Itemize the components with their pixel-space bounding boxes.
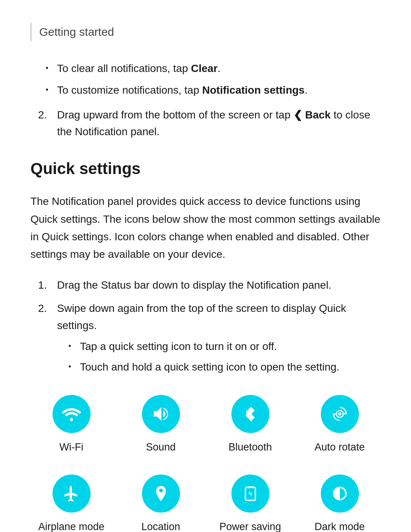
sub-bullet-list: Tap a quick setting icon to turn it on o… [57,338,381,376]
powersaving-icon [240,483,261,504]
icon-item-bluetooth: Bluetooth [209,395,291,455]
page-container: Getting started To clear all notificatio… [0,0,411,532]
bullet-text-1: To clear all notifications, tap Clear. [57,62,221,74]
bluetooth-label: Bluetooth [228,439,272,455]
autorotate-icon-circle [321,395,359,433]
list-item: 1. Drag the Status bar down to display t… [38,277,381,294]
wifi-icon-circle [53,395,91,433]
powersaving-icon-circle [231,474,269,513]
darkmode-icon-circle [321,474,359,513]
icon-item-darkmode: Dark mode [299,474,381,532]
darkmode-label: Dark mode [314,519,365,532]
sound-label: Sound [146,439,175,455]
icon-item-sound: Sound [120,395,202,455]
airplane-label: Airplane mode [38,519,104,532]
icon-item-airplane: Airplane mode [30,474,112,532]
airplane-icon-circle [53,474,91,513]
step-text: Drag upward from the bottom of the scree… [57,109,370,138]
darkmode-icon [330,483,350,504]
list-item: To customize notifications, tap Notifica… [46,82,381,99]
intro-steps: 2. Drag upward from the bottom of the sc… [30,107,381,141]
icon-item-location: Location [120,474,202,532]
icons-grid: Wi-Fi Sound Bluetooth [30,395,381,532]
step-text: Swipe down again from the top of the scr… [57,302,346,331]
location-icon [151,483,171,504]
list-item: Touch and hold a quick setting icon to o… [68,359,381,376]
location-label: Location [141,519,180,532]
wifi-label: Wi-Fi [59,439,83,455]
icon-item-autorotate: Auto rotate [299,395,381,455]
icon-item-wifi: Wi-Fi [30,395,112,455]
wifi-icon [61,404,82,424]
bullet-list: To clear all notifications, tap Clear. T… [30,60,381,99]
list-item: Tap a quick setting icon to turn it on o… [68,338,381,355]
quick-settings-steps: 1. Drag the Status bar down to display t… [30,277,381,376]
section-title: Quick settings [30,156,381,181]
airplane-icon [61,483,82,504]
sound-icon [151,404,171,424]
bluetooth-icon-circle [231,395,269,433]
step-text: Drag the Status bar down to display the … [57,279,331,291]
location-icon-circle [142,474,180,513]
svg-point-2 [338,412,341,415]
section-description: The Notification panel provides quick ac… [30,193,381,263]
step-number: 2. [38,300,47,317]
bluetooth-icon [240,404,261,424]
powersaving-label: Power saving [219,519,281,532]
icon-item-powersaving: Power saving [209,474,291,532]
autorotate-label: Auto rotate [314,439,365,455]
bullet-text-2: To customize notifications, tap Notifica… [57,84,307,96]
step-number: 1. [38,277,47,294]
step-number: 2. [38,107,47,124]
list-item: 2. Drag upward from the bottom of the sc… [38,107,381,141]
sound-icon-circle [142,395,180,433]
autorotate-icon [330,404,350,424]
page-header: Getting started [30,23,381,41]
list-item: To clear all notifications, tap Clear. [46,60,381,77]
page-title: Getting started [39,26,114,38]
list-item: 2. Swipe down again from the top of the … [38,300,381,376]
